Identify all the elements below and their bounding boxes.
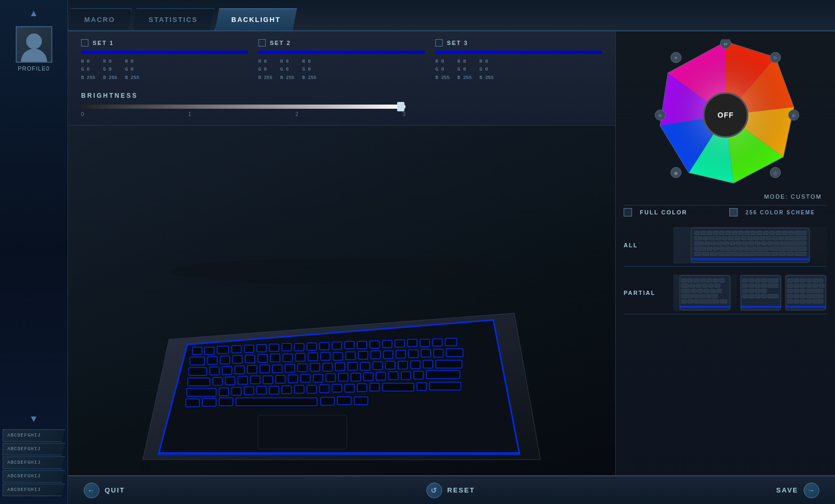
partial-middle-svg: [740, 274, 782, 311]
svg-rect-239: [742, 294, 748, 298]
avatar[interactable]: [16, 26, 52, 63]
svg-rect-196: [687, 279, 693, 282]
svg-rect-173: [694, 247, 706, 250]
svg-rect-45: [222, 366, 232, 374]
set2-checkbox[interactable]: [258, 39, 266, 47]
set3-col2: R 0 G 0 B 255: [457, 58, 471, 82]
set1-col3-r: R 0: [125, 58, 139, 65]
svg-rect-66: [238, 376, 247, 384]
svg-rect-101: [219, 398, 233, 406]
svg-rect-94: [357, 384, 367, 392]
partial-right-preview[interactable]: [785, 274, 827, 311]
zone-all-preview[interactable]: [673, 227, 827, 264]
partial-middle-preview[interactable]: [740, 274, 782, 311]
quit-icon: ←: [84, 483, 99, 498]
color-set-2: SET 2 R 0 G 0 B 255 R 0 G 0: [258, 39, 425, 82]
svg-rect-265: [788, 300, 793, 303]
svg-rect-185: [694, 252, 701, 256]
svg-rect-84: [232, 387, 241, 395]
svg-rect-159: [694, 242, 704, 245]
svg-rect-54: [335, 363, 345, 371]
zone-partial-row: PARTIAL: [624, 272, 827, 314]
svg-rect-142: [788, 231, 794, 235]
quit-button[interactable]: ← QUIT: [84, 483, 125, 498]
svg-rect-232: [755, 284, 760, 288]
profile-name: Profile0: [18, 65, 50, 72]
svg-text:OFF: OFF: [717, 111, 734, 119]
svg-rect-95: [370, 383, 379, 391]
full-color-checkbox[interactable]: [624, 208, 632, 216]
set1-col3-b: B 255: [125, 74, 139, 82]
svg-rect-59: [398, 361, 408, 369]
svg-rect-65: [225, 377, 235, 385]
svg-rect-261: [788, 294, 793, 298]
reset-button[interactable]: ↺ RESET: [426, 483, 475, 498]
partial-left-svg: [673, 274, 737, 311]
tab-backlight[interactable]: BACKLIGHT: [215, 8, 297, 30]
sidebar-item-2[interactable]: ABCDEFGHIJ: [3, 443, 65, 455]
sidebar-item-5[interactable]: ABCDEFGHIJ: [3, 484, 65, 496]
svg-rect-23: [208, 357, 217, 364]
sidebar-item-1[interactable]: ABCDEFGHIJ: [3, 429, 65, 442]
svg-rect-161: [711, 242, 716, 245]
set2-color-bar: [258, 51, 425, 54]
svg-rect-24: [220, 356, 230, 364]
color-256-checkbox[interactable]: [729, 208, 738, 216]
svg-rect-127: [694, 231, 699, 235]
brightness-slider-track[interactable]: [81, 105, 405, 109]
sidebar-scroll-up[interactable]: ▲: [18, 5, 50, 21]
zone-all-label: ALL: [624, 242, 665, 248]
svg-rect-46: [235, 366, 244, 374]
svg-rect-170: [768, 242, 773, 245]
main-content: MACRO STATISTICS BACKLIGHT SET 1: [68, 0, 835, 504]
svg-rect-162: [717, 242, 723, 245]
svg-rect-96: [382, 383, 414, 391]
svg-rect-134: [738, 231, 743, 235]
svg-rect-231: [749, 284, 754, 288]
save-button[interactable]: SAVE →: [776, 483, 819, 498]
svg-rect-165: [736, 242, 741, 245]
svg-rect-41: [434, 349, 443, 357]
color-wheel-svg[interactable]: OFF ↻ ⊕ ◎ ◉ ⊗ ✦: [650, 39, 802, 191]
svg-text:⊗: ⊗: [658, 113, 662, 118]
svg-rect-172: [780, 242, 806, 245]
tab-macro[interactable]: MACRO: [68, 8, 131, 30]
tab-statistics[interactable]: STATISTICS: [132, 8, 214, 30]
partial-left-preview[interactable]: [673, 274, 737, 311]
svg-rect-186: [702, 252, 709, 256]
svg-rect-253: [800, 284, 806, 288]
svg-rect-227: [755, 279, 760, 282]
set3-checkbox[interactable]: [435, 39, 443, 47]
svg-rect-73: [326, 374, 335, 382]
set1-checkbox[interactable]: [81, 39, 88, 47]
svg-rect-269: [813, 300, 823, 303]
svg-rect-157: [778, 236, 784, 240]
svg-rect-2: [205, 347, 214, 354]
svg-rect-178: [732, 247, 737, 250]
svg-rect-141: [782, 231, 787, 235]
svg-rect-223: [680, 306, 730, 308]
svg-rect-226: [749, 279, 754, 282]
svg-rect-33: [333, 352, 343, 360]
svg-rect-179: [738, 247, 743, 250]
svg-rect-53: [323, 363, 332, 371]
svg-text:⇄: ⇄: [724, 41, 728, 47]
sidebar-item-4[interactable]: ABCDEFGHIJ: [3, 470, 65, 483]
brightness-slider-thumb[interactable]: [397, 102, 404, 111]
sidebar-item-3[interactable]: ABCDEFGHIJ: [3, 456, 65, 469]
color-256-label: 256 COLOR SCHEME: [746, 210, 827, 215]
set2-col1: R 0 G 0 B 255: [258, 58, 273, 82]
zone-partial-label: PARTIAL: [624, 290, 665, 296]
svg-rect-58: [386, 361, 395, 369]
svg-rect-230: [742, 284, 748, 288]
svg-rect-17: [395, 340, 404, 347]
svg-rect-3: [217, 346, 229, 353]
svg-rect-267: [800, 300, 806, 303]
svg-rect-91: [320, 385, 329, 393]
sidebar-scroll-down[interactable]: ▼: [18, 411, 50, 427]
svg-rect-29: [283, 354, 292, 362]
svg-rect-205: [702, 284, 707, 288]
set2-col2: R 0 G 0 B 255: [280, 58, 295, 82]
svg-rect-144: [694, 236, 702, 240]
svg-rect-149: [728, 236, 734, 240]
